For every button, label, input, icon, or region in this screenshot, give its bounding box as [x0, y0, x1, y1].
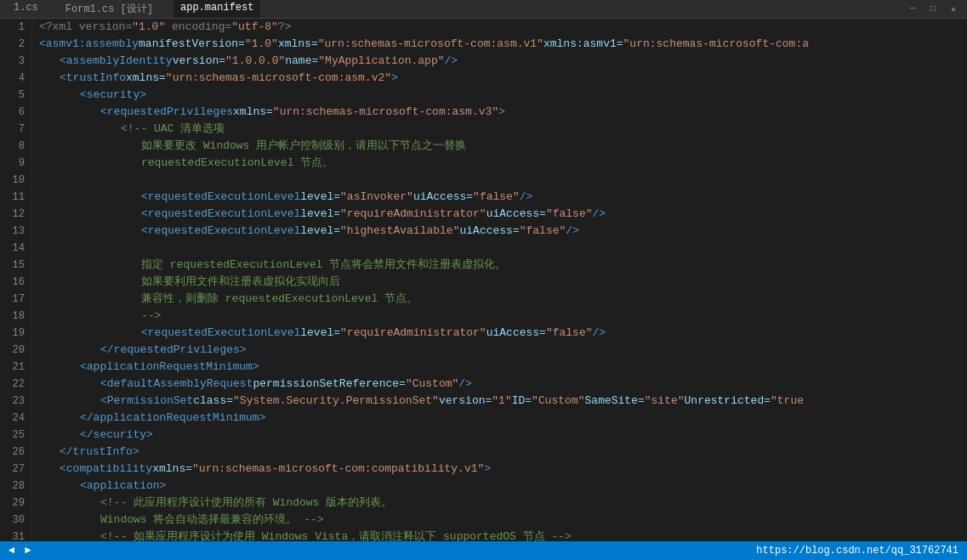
tab-app-manifest[interactable]: app.manifest	[173, 0, 260, 18]
code-line-18: -->	[39, 308, 960, 325]
line-num-22: 22	[7, 376, 25, 393]
code-line-15: 指定 requestedExecutionLevel 节点将会禁用文件和注册表虚…	[39, 257, 960, 274]
code-token: "urn:schemas-microsoft-com:compatibility…	[192, 461, 484, 478]
code-token: level=	[300, 325, 340, 342]
code-token: >	[498, 104, 505, 121]
code-token: -->	[141, 308, 161, 325]
line-num-9: 9	[7, 155, 25, 172]
code-token: permissionSetReference=	[253, 376, 405, 393]
code-token: "requireAdministrator"	[340, 206, 486, 223]
line-num-21: 21	[7, 359, 25, 376]
line-num-24: 24	[7, 410, 25, 427]
line-num-28: 28	[7, 478, 25, 495]
code-token: SameSite=	[585, 393, 645, 410]
code-token: <requestedExecutionLevel	[141, 206, 300, 223]
code-token: requestedExecutionLevel 节点。	[141, 155, 333, 172]
line-num-25: 25	[7, 427, 25, 444]
code-token: <security>	[80, 87, 146, 104]
code-line-11: <requestedExecutionLevel level="asInvoke…	[39, 189, 960, 206]
code-token: />	[593, 325, 606, 342]
code-line-14	[39, 240, 960, 257]
code-token: level=	[300, 223, 340, 240]
line-num-29: 29	[7, 495, 25, 512]
tab-group: 1.cs Form1.cs [设计] app.manifest	[7, 0, 260, 18]
code-token: <requestedPrivileges	[100, 104, 233, 121]
code-token: </trustInfo>	[60, 444, 139, 461]
code-line-3: <assemblyIdentity version="1.0.0.0" name…	[39, 53, 960, 70]
line-num-11: 11	[7, 189, 25, 206]
code-line-30: Windows 将会自动选择最兼容的环境。 -->	[39, 512, 960, 529]
code-token: </security>	[80, 427, 153, 444]
line-num-30: 30	[7, 512, 25, 529]
line-num-15: 15	[7, 257, 25, 274]
code-token: xmlns=	[126, 70, 166, 87]
line-num-16: 16	[7, 274, 25, 291]
code-token: "System.Security.PermissionSet"	[233, 393, 439, 410]
line-numbers: 1 2 3 4 5 6 7 8 9 10 11 12 13 14 15 16 1…	[0, 19, 32, 541]
code-line-1: <?xml version="1.0" encoding="utf-8"?>	[39, 19, 960, 36]
code-token: xmlns=	[233, 104, 273, 121]
code-line-17: 兼容性，则删除 requestedExecutionLevel 节点。	[39, 291, 960, 308]
code-token: "false"	[473, 189, 520, 206]
line-num-14: 14	[7, 240, 25, 257]
scroll-right-btn[interactable]: ►	[25, 545, 31, 557]
code-token: class=	[193, 393, 233, 410]
tab-form1-designer[interactable]: Form1.cs [设计]	[59, 0, 160, 18]
code-token: "1.0.0.0"	[225, 53, 285, 70]
code-token: 如果要更改 Windows 用户帐户控制级别，请用以下节点之一替换	[141, 138, 466, 155]
code-token: <?xml version="1.0" encoding="utf-8"?>	[39, 19, 291, 36]
code-token: "site"	[645, 393, 685, 410]
code-token: <requestedExecutionLevel	[141, 223, 300, 240]
code-line-9: requestedExecutionLevel 节点。	[39, 155, 960, 172]
code-token: 如果要利用文件和注册表虚拟化实现向后	[141, 274, 340, 291]
window-controls: ─ □ ✕	[906, 3, 960, 16]
code-token: level=	[300, 206, 340, 223]
status-left: ◄ ►	[9, 545, 31, 557]
code-line-29: <!-- 此应用程序设计使用的所有 Windows 版本的列表。	[39, 495, 960, 512]
code-token: />	[520, 189, 533, 206]
code-token: "MyApplication.app"	[318, 53, 444, 70]
status-url: https://blog.csdn.net/qq_31762741	[756, 545, 958, 557]
code-token: >	[391, 70, 398, 87]
editor-area: 1 2 3 4 5 6 7 8 9 10 11 12 13 14 15 16 1…	[0, 19, 967, 541]
code-line-13: <requestedExecutionLevel level="highestA…	[39, 223, 960, 240]
code-token: version=	[439, 393, 492, 410]
code-token: ID=	[512, 393, 532, 410]
code-line-5: <security>	[39, 87, 960, 104]
code-token: "requireAdministrator"	[340, 325, 486, 342]
line-num-27: 27	[7, 461, 25, 478]
code-token: <applicationRequestMinimum>	[80, 359, 259, 376]
code-line-24: </applicationRequestMinimum>	[39, 410, 960, 427]
code-token: "urn:schemas-microsoft-com:asm.v1"	[318, 36, 543, 53]
line-num-18: 18	[7, 308, 25, 325]
code-line-4: <trustInfo xmlns="urn:schemas-microsoft-…	[39, 70, 960, 87]
code-token: <!-- 如果应用程序设计为使用 Windows Vista，请取消注释以下 s…	[100, 529, 572, 541]
code-token: <requestedExecutionLevel	[141, 325, 300, 342]
line-num-31: 31	[7, 529, 25, 541]
code-token: </requestedPrivileges>	[100, 342, 247, 359]
code-token: "Custom"	[532, 393, 584, 410]
code-token: name=	[285, 53, 318, 70]
code-line-8: 如果要更改 Windows 用户帐户控制级别，请用以下节点之一替换	[39, 138, 960, 155]
code-token: uiAccess=	[459, 223, 519, 240]
close-btn[interactable]: ✕	[947, 3, 960, 16]
code-line-7: <!-- UAC 清单选项	[39, 121, 960, 138]
status-right: https://blog.csdn.net/qq_31762741	[756, 545, 958, 557]
line-num-13: 13	[7, 223, 25, 240]
code-line-2: <asmv1:assembly manifestVersion="1.0" xm…	[39, 36, 960, 53]
code-token: <!-- 此应用程序设计使用的所有 Windows 版本的列表。	[100, 495, 392, 512]
code-token: uiAccess=	[413, 189, 473, 206]
code-line-19: <requestedExecutionLevel level="requireA…	[39, 325, 960, 342]
scroll-left-btn[interactable]: ◄	[9, 545, 14, 557]
code-content[interactable]: <?xml version="1.0" encoding="utf-8"?> <…	[32, 19, 967, 541]
minimize-btn[interactable]: ─	[906, 3, 919, 16]
tab-1cs[interactable]: 1.cs	[7, 0, 45, 18]
code-token: <defaultAssemblyRequest	[100, 376, 253, 393]
maximize-btn[interactable]: □	[926, 3, 940, 16]
code-line-10	[39, 172, 960, 189]
code-token: />	[458, 376, 472, 393]
code-token: "urn:schemas-microsoft-com:a	[623, 36, 809, 53]
code-token: "false"	[546, 206, 593, 223]
code-token: "highestAvailable"	[340, 223, 459, 240]
line-num-2: 2	[7, 36, 25, 53]
